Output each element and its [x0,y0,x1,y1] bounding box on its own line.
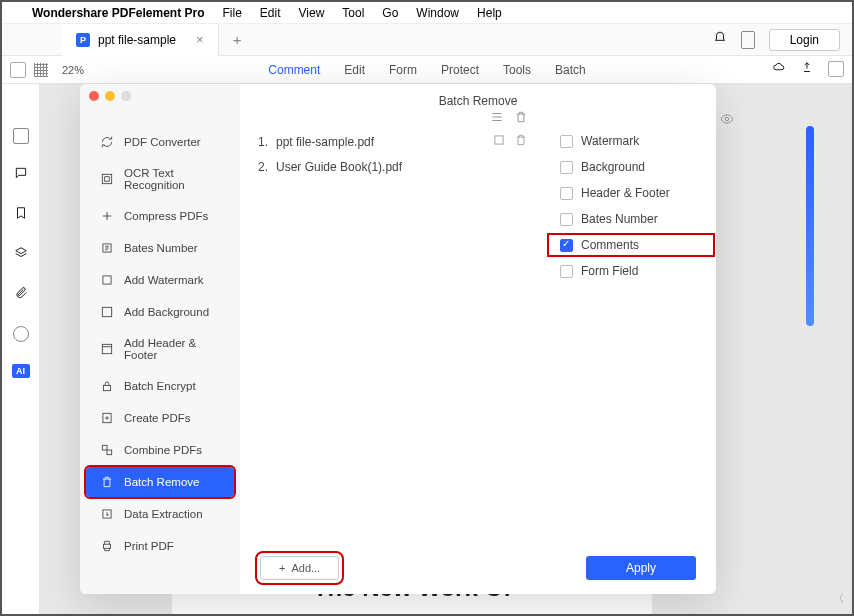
sidebar-item-label: Add Watermark [124,274,203,286]
menu-window[interactable]: Window [416,6,459,20]
sidebar-item-data-extraction[interactable]: Data Extraction [86,499,234,529]
sidebar-item-label: Add Header & Footer [124,337,220,361]
background-icon [100,305,114,319]
option-header-footer[interactable]: Header & Footer [546,180,716,206]
list-view-icon[interactable] [490,110,504,127]
checkbox-icon[interactable] [560,135,573,148]
thumbnails-icon[interactable] [13,128,29,144]
sidebar-item-bates-number[interactable]: Bates Number [86,233,234,263]
sidebar-item-batch-encrypt[interactable]: Batch Encrypt [86,371,234,401]
add-file-button[interactable]: +Add... [260,556,339,580]
option-form-field[interactable]: Form Field [546,258,716,284]
file-info-icon[interactable] [492,133,506,150]
cloud-icon[interactable] [772,61,786,79]
sidebar-item-add-background[interactable]: Add Background [86,297,234,327]
sidebar-item-compress-pdfs[interactable]: Compress PDFs [86,201,234,231]
file-row[interactable]: 1.ppt file-sample.pdf [258,128,528,155]
maximize-window-icon[interactable] [121,91,131,101]
file-number: 2. [258,160,268,174]
tab-add-button[interactable]: + [219,31,256,48]
bg-decoration [806,126,814,326]
attachment-icon[interactable] [14,286,28,304]
checkbox-icon[interactable] [560,187,573,200]
sidebar-item-print-pdf[interactable]: Print PDF [86,531,234,561]
file-delete-icon[interactable] [514,133,528,150]
close-window-icon[interactable] [89,91,99,101]
apply-button[interactable]: Apply [586,556,696,580]
layers-icon[interactable] [14,246,28,264]
checkbox-icon[interactable] [560,213,573,226]
left-sidebar: AI [2,84,40,614]
svg-rect-5 [102,344,111,353]
sidebar-item-label: Data Extraction [124,508,203,520]
sidebar-item-add-header-footer[interactable]: Add Header & Footer [86,329,234,369]
toolbar: 22% Comment Edit Form Protect Tools Batc… [2,56,852,84]
toolbar-tab-form[interactable]: Form [389,63,417,77]
search-panel-icon[interactable] [13,326,29,342]
toolbar-tabs: Comment Edit Form Protect Tools Batch [268,63,585,77]
delete-all-icon[interactable] [514,110,528,127]
sidebar-item-label: Add Background [124,306,209,318]
bates-icon [100,241,114,255]
option-comments[interactable]: Comments [548,234,714,256]
compress-icon [100,209,114,223]
checkbox-icon[interactable] [560,161,573,174]
checkbox-icon[interactable] [560,239,573,252]
file-number: 1. [258,135,268,149]
toolbar-tab-edit[interactable]: Edit [344,63,365,77]
option-watermark[interactable]: Watermark [546,128,716,154]
toolbar-tab-tools[interactable]: Tools [503,63,531,77]
modal-footer: +Add... Apply [240,544,716,594]
sidebar-item-combine-pdfs[interactable]: Combine PDFs [86,435,234,465]
sidebar-item-pdf-converter[interactable]: PDF Converter [86,127,234,157]
main-area: AI The New Work Of PDF ConverterOCR Text… [2,84,852,614]
menu-view[interactable]: View [299,6,325,20]
grid-icon[interactable] [34,63,48,77]
chevron-left-icon[interactable]: 〈 [833,591,844,606]
print-icon [100,539,114,553]
tab-document[interactable]: ppt file-sample × [62,24,219,56]
bookmark-icon[interactable] [14,206,28,224]
sidebar-item-batch-remove[interactable]: Batch Remove [86,467,234,497]
panel-icon[interactable] [828,61,844,77]
option-background[interactable]: Background [546,154,716,180]
option-bates-number[interactable]: Bates Number [546,206,716,232]
create-icon [100,411,114,425]
file-name: User Guide Book(1).pdf [276,160,528,174]
bell-icon[interactable] [713,31,727,49]
share-icon[interactable] [800,61,814,79]
eye-icon[interactable] [720,112,734,130]
app-name[interactable]: Wondershare PDFelement Pro [32,6,205,20]
sidebar-item-label: Combine PDFs [124,444,202,456]
checkbox-icon[interactable] [560,265,573,278]
menu-edit[interactable]: Edit [260,6,281,20]
tab-title: ppt file-sample [98,33,176,47]
file-row[interactable]: 2.User Guide Book(1).pdf [258,155,528,179]
sidebar-item-ocr-text-recognition[interactable]: OCR Text Recognition [86,159,234,199]
lock-icon [100,379,114,393]
ai-icon[interactable]: AI [12,364,30,378]
menu-help[interactable]: Help [477,6,502,20]
comment-panel-icon[interactable] [14,166,28,184]
sidebar-item-label: Batch Encrypt [124,380,196,392]
sidebar-item-create-pdfs[interactable]: Create PDFs [86,403,234,433]
toolbar-tab-comment[interactable]: Comment [268,63,320,77]
menu-go[interactable]: Go [382,6,398,20]
minimize-window-icon[interactable] [105,91,115,101]
toolbar-tab-protect[interactable]: Protect [441,63,479,77]
sidebar-item-add-watermark[interactable]: Add Watermark [86,265,234,295]
extract-icon [100,507,114,521]
watermark-icon [100,273,114,287]
zoom-level[interactable]: 22% [62,64,84,76]
device-icon[interactable] [741,31,755,49]
login-button[interactable]: Login [769,29,840,51]
toolbar-tab-batch[interactable]: Batch [555,63,586,77]
tab-close-icon[interactable]: × [196,32,204,47]
modal-title: Batch Remove [240,84,716,118]
option-label: Bates Number [581,212,658,226]
menu-file[interactable]: File [223,6,242,20]
sidebar-toggle-icon[interactable] [10,62,26,78]
option-label: Watermark [581,134,639,148]
sidebar-item-label: Bates Number [124,242,198,254]
menu-tool[interactable]: Tool [342,6,364,20]
